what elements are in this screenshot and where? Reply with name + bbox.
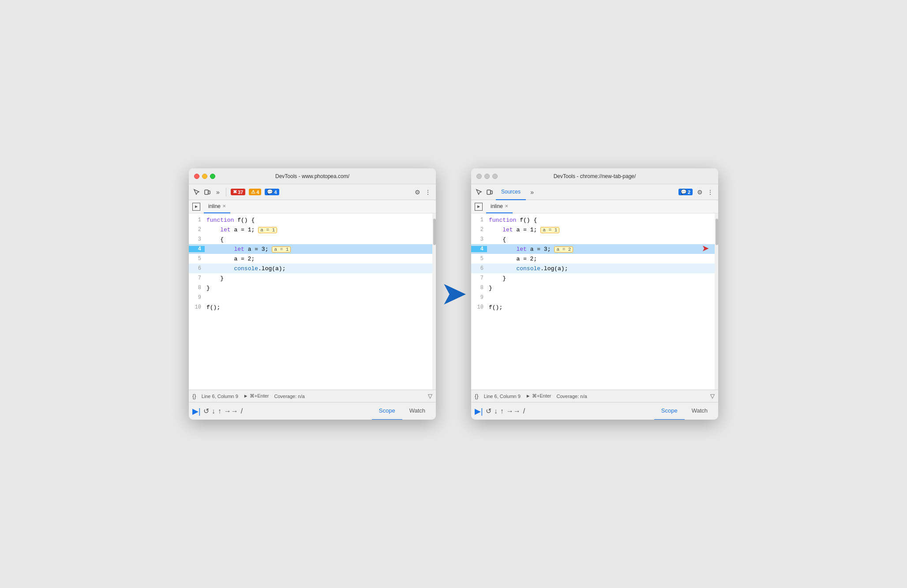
error-badge[interactable]: ✖ 37: [231, 189, 245, 195]
right-resume-icon[interactable]: ▶|: [475, 406, 483, 416]
right-format-icon[interactable]: {}: [475, 393, 479, 399]
right-maximize-button[interactable]: [492, 174, 498, 179]
left-status-bar: {} Line 6, Column 9 ► ⌘+Enter Coverage: …: [189, 390, 436, 402]
warning-badge[interactable]: ⚠ 4: [249, 189, 261, 195]
right-line-4: 4 let a = 3;a = 2 ➤: [471, 244, 718, 254]
right-line-content-2: let a = 1;a = 1: [487, 227, 718, 233]
left-inline-tab[interactable]: inline ✕: [204, 200, 230, 213]
right-run-icon[interactable]: ▶: [475, 203, 483, 211]
right-watch-tab[interactable]: Watch: [685, 402, 715, 420]
right-line-7: 7 }: [471, 273, 718, 283]
right-inline-tab[interactable]: inline ✕: [486, 200, 513, 213]
left-code-lines: 1 function f() { 2 let a = 1;a = 1 3 { 4: [189, 213, 436, 314]
left-run-cmd[interactable]: ► ⌘+Enter: [244, 393, 269, 399]
maximize-button[interactable]: [210, 174, 215, 179]
right-chat-icon: 💬: [681, 189, 687, 195]
right-status-bar: {} Line 6, Column 9 ► ⌘+Enter Coverage: …: [471, 390, 718, 402]
left-position: Line 6, Column 9: [202, 394, 238, 399]
right-deactivate-icon[interactable]: /: [523, 407, 525, 415]
left-line-9: 9: [189, 293, 436, 302]
left-line-num-6: 6: [189, 265, 205, 272]
right-line-9: 9: [471, 293, 718, 302]
minimize-button[interactable]: [202, 174, 207, 179]
svg-rect-3: [491, 191, 492, 194]
right-scrollbar[interactable]: [715, 213, 718, 390]
left-scrollbar-thumb[interactable]: [433, 219, 436, 245]
right-code-lines: 1 function f() { 2 let a = 1;a = 1 3 { 4: [471, 213, 718, 314]
right-more-tabs-icon[interactable]: »: [528, 188, 536, 197]
left-title-bar: DevTools - www.photopea.com/: [189, 168, 436, 184]
red-arrow-annotation: ➤: [702, 242, 709, 257]
right-editor-tabs-bar: ▶ inline ✕: [471, 200, 718, 213]
more-tabs-icon[interactable]: »: [214, 188, 222, 197]
right-chat-badge[interactable]: 💬 2: [678, 189, 693, 195]
left-step-icon[interactable]: →→: [224, 407, 238, 415]
left-scope-label: Scope: [379, 407, 395, 414]
right-devtools-window: DevTools - chrome://new-tab-page/ Source…: [471, 168, 718, 420]
svg-rect-2: [487, 190, 491, 194]
right-line-10: 10 f();: [471, 302, 718, 312]
left-devtools-toolbar: » ✖ 37 ⚠ 4 💬 4 ⚙ ⋮: [189, 184, 436, 200]
right-settings-icon[interactable]: ⚙: [695, 188, 704, 197]
left-line-8: 8 }: [189, 283, 436, 293]
close-button[interactable]: [194, 174, 199, 179]
right-scrollbar-thumb[interactable]: [716, 219, 718, 245]
right-editor-wrapper: 1 function f() { 2 let a = 1;a = 1 3 { 4: [471, 213, 718, 390]
right-more-options-icon[interactable]: ⋮: [706, 188, 715, 197]
right-code-editor[interactable]: 1 function f() { 2 let a = 1;a = 1 3 { 4: [471, 213, 718, 390]
left-value-2: a = 1: [258, 227, 277, 233]
right-line-content-7: }: [487, 275, 718, 282]
left-step-out-icon[interactable]: ↑: [218, 407, 221, 415]
left-line-10: 10 f();: [189, 302, 436, 312]
right-step-icon[interactable]: →→: [506, 407, 521, 415]
right-line-num-1: 1: [471, 217, 487, 223]
right-scroll-icon[interactable]: ▽: [710, 393, 715, 399]
right-step-over-icon[interactable]: ↺: [486, 407, 491, 415]
right-close-button[interactable]: [476, 174, 482, 179]
settings-icon[interactable]: ⚙: [413, 188, 422, 197]
right-sources-tab[interactable]: Sources: [496, 184, 526, 200]
left-step-over-icon[interactable]: ↺: [203, 407, 209, 415]
left-line-1: 1 function f() {: [189, 215, 436, 225]
right-line-num-5: 5: [471, 256, 487, 262]
right-inspect-icon[interactable]: [475, 188, 483, 197]
left-line-2: 2 let a = 1;a = 1: [189, 225, 436, 234]
right-line-num-2: 2: [471, 227, 487, 233]
left-step-into-icon[interactable]: ↓: [212, 407, 215, 415]
left-scrollbar[interactable]: [432, 213, 436, 390]
left-scope-tab[interactable]: Scope: [372, 402, 402, 420]
inspect-icon[interactable]: [192, 188, 201, 197]
left-format-icon[interactable]: {}: [192, 393, 196, 399]
right-scope-label: Scope: [661, 407, 678, 414]
svg-rect-0: [205, 190, 208, 194]
left-line-num-9: 9: [189, 294, 205, 301]
right-line-3: 3 {: [471, 234, 718, 244]
info-badge[interactable]: 💬 4: [265, 189, 279, 195]
left-tab-close-icon[interactable]: ✕: [222, 204, 226, 208]
right-device-icon[interactable]: [485, 188, 494, 197]
device-icon[interactable]: [203, 188, 212, 197]
left-line-content-10: f();: [205, 304, 436, 311]
left-watch-tab[interactable]: Watch: [402, 402, 432, 420]
left-line-4: 4 let a = 3;a = 1: [189, 244, 436, 254]
right-tab-close-icon[interactable]: ✕: [505, 204, 508, 208]
left-deactivate-icon[interactable]: /: [241, 407, 243, 415]
more-options-icon[interactable]: ⋮: [424, 188, 432, 197]
right-run-cmd[interactable]: ► ⌘+Enter: [526, 393, 551, 399]
run-icon[interactable]: ▶: [192, 203, 200, 211]
left-watch-label: Watch: [409, 407, 425, 414]
right-line-content-8: }: [487, 285, 718, 291]
right-step-into-icon[interactable]: ↓: [494, 407, 498, 415]
right-sources-label: Sources: [501, 189, 521, 195]
left-tab-label: inline: [208, 203, 221, 209]
left-code-editor[interactable]: 1 function f() { 2 let a = 1;a = 1 3 { 4: [189, 213, 436, 390]
left-line-3: 3 {: [189, 234, 436, 244]
left-line-content-8: }: [205, 285, 436, 291]
right-line-num-9: 9: [471, 294, 487, 301]
right-scope-tab[interactable]: Scope: [654, 402, 685, 420]
arrow-container: ➤: [436, 278, 471, 310]
left-scroll-icon[interactable]: ▽: [428, 393, 432, 399]
right-step-out-icon[interactable]: ↑: [500, 407, 504, 415]
right-minimize-button[interactable]: [484, 174, 490, 179]
left-resume-icon[interactable]: ▶|: [192, 406, 201, 416]
